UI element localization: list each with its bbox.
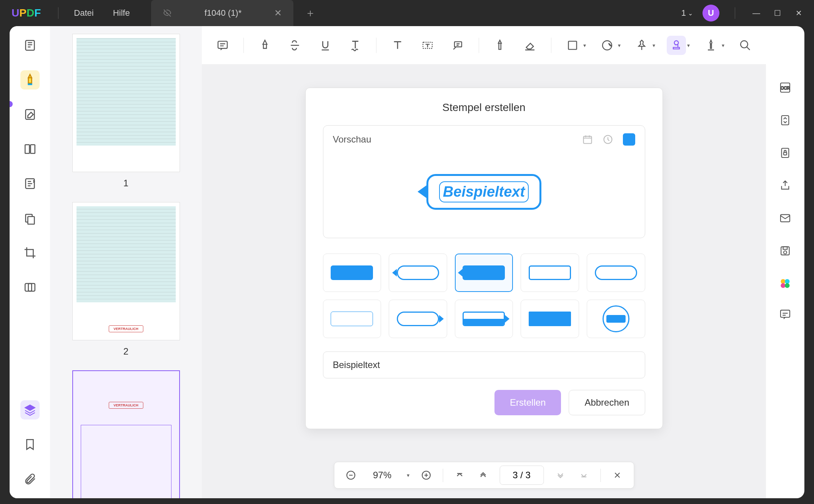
eye-off-icon [163,8,172,18]
svg-rect-20 [784,153,787,155]
svg-text:OCR: OCR [781,86,790,90]
minimize-button[interactable]: — [751,7,762,19]
shape-option-6[interactable] [323,300,381,338]
save-button[interactable] [777,243,793,259]
user-avatar[interactable]: U [702,5,719,22]
zoom-level: 97% [367,470,397,481]
eraser-tool[interactable] [521,36,539,55]
squiggly-tool[interactable] [346,36,365,55]
stamp-preview: Beispieltext [333,153,635,230]
right-sidebar: OCR [766,65,804,337]
chat-button[interactable] [777,307,793,322]
next-page-button[interactable] [553,468,567,482]
textbox-tool[interactable] [418,36,437,55]
comment-tool[interactable] [213,36,232,55]
share-button[interactable] [777,178,793,193]
first-page-button[interactable] [453,468,466,482]
calendar-icon[interactable] [582,134,593,145]
create-button[interactable]: Erstellen [494,390,561,415]
close-bar-button[interactable] [610,468,624,482]
svg-point-14 [674,41,678,45]
convert-button[interactable] [777,113,793,128]
svg-rect-2 [25,145,29,154]
organize-tool[interactable] [20,139,40,159]
thumbnail-panel: 1 VERTRAULICH 2 VERTRAULICH 3 [50,26,202,498]
protect-button[interactable] [777,145,793,161]
highlight-tool[interactable] [255,36,274,55]
strikethrough-tool[interactable] [286,36,304,55]
ocr-button[interactable]: OCR [777,80,793,95]
stamp-tool[interactable]: ▾ [667,36,690,55]
shape-option-1[interactable] [323,254,381,292]
shape-grid [323,254,645,338]
svg-point-15 [741,41,748,48]
text-tool[interactable] [388,36,406,55]
pin-tool[interactable]: ▾ [632,36,655,55]
redact-tool[interactable] [20,209,40,228]
svg-rect-11 [454,41,462,46]
attachment-tool[interactable] [20,469,40,489]
cancel-button[interactable]: Abbrechen [569,390,645,415]
crop-tool[interactable] [20,243,40,262]
compare-tool[interactable] [20,278,40,297]
menu-file[interactable]: Datei [64,8,103,18]
stamp-text-input[interactable] [323,351,645,378]
annotation-toolbar: ▾ ▾ ▾ ▾ ▾ [202,26,766,65]
svg-rect-23 [783,247,787,249]
create-stamp-dialog: Stempel erstellen Vorschau Beispieltext [305,88,663,429]
last-page-button[interactable] [577,468,591,482]
email-button[interactable] [777,211,793,226]
document-tab[interactable]: f1040 (1)* ✕ [151,0,294,26]
shape-option-9[interactable] [521,300,579,338]
preview-box: Vorschau Beispieltext [323,125,645,238]
svg-rect-18 [782,116,789,125]
shape-tool[interactable]: ▾ [563,36,586,55]
clock-icon[interactable] [603,134,613,145]
svg-rect-9 [218,41,227,48]
callout-tool[interactable] [448,36,467,55]
zoom-dropdown[interactable]: ▾ [407,472,409,478]
tab-close-button[interactable]: ✕ [274,8,282,18]
shape-option-7[interactable] [389,300,447,338]
sticker-tool[interactable]: ▾ [598,36,621,55]
menu-help[interactable]: Hilfe [103,8,140,18]
thumbnail-3[interactable]: VERTRAULICH 3 [65,370,186,498]
titlebar: UPDF Datei Hilfe f1040 (1)* ✕ ＋ 1 ⌄ U — … [0,0,814,26]
shape-option-10[interactable] [587,300,645,338]
page-input[interactable] [499,466,544,485]
page-number: 2 [65,346,186,357]
reader-tool[interactable] [20,36,40,55]
tab-title: f1040 (1)* [205,8,242,18]
thumbnail-1[interactable]: 1 [65,34,186,189]
pencil-tool[interactable] [491,36,509,55]
underline-tool[interactable] [316,36,334,55]
maximize-button[interactable]: ☐ [772,7,783,19]
svg-point-25 [781,279,785,284]
bookmark-tool[interactable] [20,435,40,454]
svg-rect-3 [30,145,35,154]
shape-option-2[interactable] [389,254,447,292]
svg-point-26 [785,279,789,284]
zoom-out-button[interactable] [344,468,358,482]
shape-option-3[interactable] [455,254,513,292]
svg-rect-12 [568,41,576,49]
shape-option-4[interactable] [521,254,579,292]
ai-button[interactable] [777,276,793,291]
new-tab-button[interactable]: ＋ [305,6,316,20]
svg-point-24 [784,251,787,254]
thumbnail-2[interactable]: VERTRAULICH 2 [65,202,186,357]
color-swatch[interactable] [623,133,635,146]
close-window-button[interactable]: ✕ [793,7,804,19]
signature-tool[interactable]: ▾ [701,36,724,55]
edit-tool[interactable] [20,105,40,124]
zoom-in-button[interactable] [419,468,433,482]
prev-page-button[interactable] [476,468,490,482]
shape-option-5[interactable] [587,254,645,292]
form-tool[interactable] [20,174,40,193]
search-button[interactable] [736,36,754,55]
svg-rect-6 [28,217,34,224]
shape-option-8[interactable] [455,300,513,338]
doc-count[interactable]: 1 ⌄ [681,8,693,18]
annotate-tool[interactable] [20,70,40,90]
layers-tool[interactable] [20,400,40,419]
